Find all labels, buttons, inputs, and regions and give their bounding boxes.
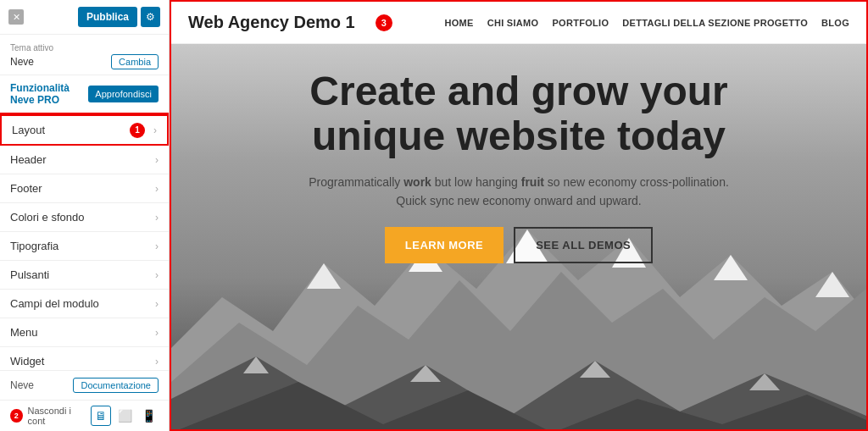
gear-button[interactable]: ⚙: [141, 7, 160, 27]
menu-item-label: Pulsanti: [10, 268, 49, 281]
nav-portfolio[interactable]: PORTFOLIO: [552, 18, 609, 28]
preview-header: Web Agency Demo 1 3 HOME CHI SIAMO PORTF…: [171, 2, 866, 44]
nav-dettagli[interactable]: DETTAGLI DELLA SEZIONE PROGETTO: [622, 18, 808, 28]
desktop-view-button[interactable]: 🖥: [91, 406, 111, 426]
hero-section: Create and grow your unique website toda…: [171, 44, 866, 431]
neve-footer-label: Neve: [10, 379, 34, 391]
site-title: Web Agency Demo 1: [188, 13, 355, 32]
nav-blog[interactable]: BLOG: [821, 18, 849, 28]
tablet-view-button[interactable]: ⬜: [114, 406, 135, 426]
menu-item-label: Colori e sfondo: [10, 211, 84, 224]
hide-controls: 2 Nascondi i cont: [10, 406, 86, 426]
hero-title: Create and grow your unique website toda…: [222, 69, 815, 159]
chevron-right-icon: ›: [155, 183, 159, 195]
chevron-right-icon: ›: [155, 356, 159, 367]
device-bar: 2 Nascondi i cont 🖥 ⬜ 📱: [0, 400, 169, 431]
nav-home[interactable]: HOME: [444, 18, 473, 28]
menu-item-colors[interactable]: Colori e sfondo ›: [0, 203, 169, 232]
menu-item-label: Layout: [12, 124, 45, 136]
chevron-right-icon: ›: [155, 327, 159, 339]
chevron-right-icon: ›: [155, 212, 159, 224]
approfondisci-button[interactable]: Approfondisci: [88, 86, 159, 102]
chevron-right-icon: ›: [155, 154, 159, 166]
menu-item-buttons[interactable]: Pulsanti ›: [0, 261, 169, 290]
learn-more-button[interactable]: LEARN MORE: [385, 227, 504, 263]
menu-item-footer[interactable]: Footer ›: [0, 174, 169, 203]
neve-pro-section: Funzionalità Neve PRO Approfondisci: [0, 75, 169, 113]
chevron-right-icon: ›: [155, 298, 159, 310]
close-button[interactable]: ✕: [8, 9, 24, 25]
menu-item-form-fields[interactable]: Campi del modulo ›: [0, 290, 169, 318]
chevron-right-icon: ›: [153, 124, 157, 136]
menu-item-label: Campi del modulo: [10, 297, 99, 310]
theme-row: Neve Cambia: [10, 54, 159, 69]
chevron-right-icon: ›: [155, 269, 159, 281]
menu-item-typography[interactable]: Tipografia ›: [0, 232, 169, 261]
preview-area: Web Agency Demo 1 3 HOME CHI SIAMO PORTF…: [170, 0, 868, 431]
device-icons: 🖥 ⬜ 📱: [91, 406, 159, 426]
hero-subtitle: Programmatically work but low hanging fr…: [298, 173, 739, 211]
nav-chi-siamo[interactable]: CHI SIAMO: [487, 18, 539, 28]
neve-pro-label: Funzionalità Neve PRO: [10, 82, 88, 106]
hide-badge: 2: [10, 409, 23, 423]
nav-links: HOME CHI SIAMO PORTFOLIO DETTAGLI DELLA …: [444, 18, 849, 28]
documentazione-button[interactable]: Documentazione: [73, 378, 159, 393]
top-bar: ✕ Pubblica ⚙: [0, 0, 169, 35]
menu-item-menu[interactable]: Menu ›: [0, 318, 169, 347]
left-panel: ✕ Pubblica ⚙ Tema attivo Neve Cambia Fun…: [0, 0, 170, 431]
see-all-demos-button[interactable]: SEE ALL DEMOS: [514, 227, 653, 263]
menu-item-widget[interactable]: Widget ›: [0, 347, 169, 370]
hero-buttons: LEARN MORE SEE ALL DEMOS: [222, 227, 815, 263]
change-theme-button[interactable]: Cambia: [111, 54, 159, 69]
menu-item-label: Widget: [10, 355, 44, 367]
chevron-right-icon: ›: [155, 240, 159, 252]
publish-button[interactable]: Pubblica: [78, 7, 137, 27]
menu-item-label: Tipografia: [10, 240, 58, 252]
menu-list: Layout 1 › Header › Footer › Colori e sf…: [0, 113, 169, 370]
preview-badge: 3: [376, 14, 392, 31]
menu-item-label: Header: [10, 153, 47, 166]
mobile-view-button[interactable]: 📱: [138, 406, 159, 426]
theme-label: Tema attivo: [10, 43, 159, 52]
layout-badge: 1: [130, 123, 145, 138]
hero-title-line2: unique website today: [312, 113, 726, 158]
hero-title-line1: Create and grow your: [309, 69, 727, 113]
menu-item-layout[interactable]: Layout 1 ›: [0, 114, 169, 146]
menu-item-header[interactable]: Header ›: [0, 146, 169, 174]
publish-area: Pubblica ⚙: [78, 7, 160, 27]
theme-name: Neve: [10, 56, 34, 68]
menu-item-label: Menu: [10, 326, 38, 339]
hero-content: Create and grow your unique website toda…: [171, 44, 866, 289]
bottom-bar: Neve Documentazione: [0, 370, 169, 400]
menu-item-label: Footer: [10, 182, 42, 195]
hide-label: Nascondi i cont: [28, 406, 86, 426]
theme-section: Tema attivo Neve Cambia: [0, 35, 169, 75]
